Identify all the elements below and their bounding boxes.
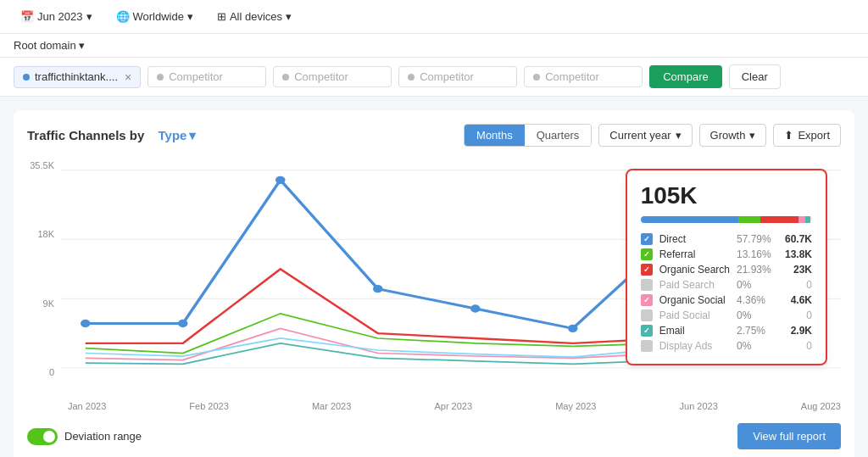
view-report-button[interactable]: View full report <box>737 423 841 449</box>
deviation-toggle[interactable] <box>27 428 58 445</box>
chevron-down-icon: ▾ <box>79 39 85 52</box>
competitor-input-2[interactable]: Competitor <box>273 66 392 87</box>
label-organic-search: Organic Search <box>659 264 730 276</box>
label-organic-social: Organic Social <box>659 294 730 306</box>
tooltip-row-direct: ✓ Direct 57.79% 60.7K <box>641 233 812 245</box>
x-label-feb: Feb 2023 <box>189 401 228 411</box>
checkbox-paid-search[interactable] <box>641 279 653 291</box>
bottom-bar: Deviation range View full report <box>27 423 841 449</box>
tooltip-row-email: ✓ Email 2.75% 2.9K <box>641 325 812 337</box>
bar-display <box>810 216 812 223</box>
chevron-down-icon: ▾ <box>86 10 92 23</box>
competitor-input-3[interactable]: Competitor <box>398 66 517 87</box>
val-organic-social: 4.6K <box>782 294 812 306</box>
checkbox-direct[interactable]: ✓ <box>641 233 653 245</box>
devices-label: All devices <box>230 10 282 23</box>
chevron-down-icon: ▾ <box>676 129 682 142</box>
compare-button[interactable]: Compare <box>649 65 721 88</box>
filter-bar: trafficthinktank.... × Competitor Compet… <box>0 58 868 97</box>
months-button[interactable]: Months <box>465 125 525 146</box>
val-display-ads: 0 <box>782 340 812 352</box>
competitor-input-1[interactable]: Competitor <box>147 66 266 87</box>
quarters-button[interactable]: Quarters <box>525 125 592 146</box>
pct-organic-search: 21.93% <box>737 264 775 276</box>
tooltip-rows: ✓ Direct 57.79% 60.7K ✓ Referral 13.16% … <box>641 233 812 352</box>
growth-dropdown[interactable]: Growth ▾ <box>699 124 767 147</box>
pct-email: 2.75% <box>737 325 775 337</box>
val-email: 2.9K <box>782 325 812 337</box>
chevron-down-icon: ▾ <box>286 10 292 23</box>
chart-type-link[interactable]: Type ▾ <box>159 128 197 143</box>
devices-icon: ⊞ <box>217 10 226 23</box>
chevron-down-icon: ▾ <box>187 10 193 23</box>
y-label-mid2: 9K <box>27 298 54 309</box>
deviation-label: Deviation range <box>64 430 142 443</box>
clear-button[interactable]: Clear <box>729 64 781 89</box>
checkbox-referral[interactable]: ✓ <box>641 248 653 260</box>
dot-icon <box>157 74 164 81</box>
toggle-slider <box>27 428 58 445</box>
y-label-mid1: 18K <box>27 229 54 239</box>
close-icon[interactable]: × <box>125 70 131 84</box>
chevron-down-icon: ▾ <box>189 128 196 143</box>
y-label-top: 35.5K <box>27 160 54 170</box>
label-display-ads: Display Ads <box>659 340 730 352</box>
chart-title: Traffic Channels by Type ▾ <box>27 128 196 143</box>
subdomain-selector[interactable]: Root domain ▾ <box>14 39 85 52</box>
calendar-icon: 📅 <box>20 10 34 23</box>
region-label: Worldwide <box>133 10 184 23</box>
dot-icon <box>533 74 540 81</box>
subdomain-bar: Root domain ▾ <box>0 34 868 58</box>
label-direct: Direct <box>659 233 730 245</box>
y-axis: 35.5K 18K 9K 0 <box>27 160 61 398</box>
checkbox-organic-social[interactable]: ✓ <box>641 294 653 306</box>
stacked-bar <box>641 216 812 223</box>
checkbox-organic-search[interactable]: ✓ <box>641 264 653 276</box>
subdomain-label-text: Root domain <box>14 39 76 52</box>
label-email: Email <box>659 325 730 337</box>
pct-paid-social: 0% <box>737 309 775 321</box>
svg-point-5 <box>178 320 188 327</box>
region-picker[interactable]: 🌐 Worldwide ▾ <box>109 7 200 26</box>
pct-organic-social: 4.36% <box>737 294 775 306</box>
tooltip-box: 105K ✓ Direct 57.79% <box>626 169 827 365</box>
checkbox-email[interactable]: ✓ <box>641 325 653 337</box>
svg-point-9 <box>568 325 578 332</box>
globe-icon: 🌐 <box>116 10 130 23</box>
domain-dot <box>23 74 30 81</box>
chevron-down-icon: ▾ <box>749 129 755 142</box>
upload-icon: ⬆ <box>784 129 793 142</box>
time-toggle: Months Quarters <box>464 124 592 147</box>
chart-controls: Months Quarters Current year ▾ Growth ▾ … <box>464 124 841 147</box>
x-label-jun: Jun 2023 <box>680 401 718 411</box>
val-referral: 13.8K <box>782 248 812 260</box>
devices-picker[interactable]: ⊞ All devices ▾ <box>210 7 298 26</box>
val-organic-search: 23K <box>782 264 812 276</box>
date-picker[interactable]: 📅 Jun 2023 ▾ <box>14 7 99 26</box>
tooltip-total: 105K <box>641 182 812 209</box>
export-button[interactable]: ⬆ Export <box>773 124 841 147</box>
tooltip-row-display-ads: Display Ads 0% 0 <box>641 340 812 352</box>
chart-card: Traffic Channels by Type ▾ Months Quarte… <box>14 110 854 457</box>
date-label: Jun 2023 <box>37 10 83 23</box>
bar-referral <box>738 216 760 223</box>
svg-point-7 <box>373 285 383 293</box>
domain-name: trafficthinktank.... <box>35 70 118 83</box>
chart-header: Traffic Channels by Type ▾ Months Quarte… <box>27 124 841 147</box>
label-referral: Referral <box>659 248 730 260</box>
current-year-dropdown[interactable]: Current year ▾ <box>598 124 692 147</box>
tooltip-row-organic-search: ✓ Organic Search 21.93% 23K <box>641 264 812 276</box>
x-label-jan: Jan 2023 <box>68 401 106 411</box>
val-paid-search: 0 <box>782 279 812 291</box>
dot-icon <box>408 74 415 81</box>
checkbox-display-ads[interactable] <box>641 340 653 352</box>
label-paid-search: Paid Search <box>659 279 730 291</box>
top-bar: 📅 Jun 2023 ▾ 🌐 Worldwide ▾ ⊞ All devices… <box>0 0 868 34</box>
pct-referral: 13.16% <box>737 248 775 260</box>
tooltip-row-referral: ✓ Referral 13.16% 13.8K <box>641 248 812 260</box>
checkbox-paid-social[interactable] <box>641 309 653 321</box>
chart-area: 35.5K 18K 9K 0 <box>27 160 841 398</box>
main-content: Traffic Channels by Type ▾ Months Quarte… <box>0 97 868 457</box>
chart-body: 105K ✓ Direct 57.79% <box>61 160 841 398</box>
competitor-input-4[interactable]: Competitor <box>524 66 643 87</box>
